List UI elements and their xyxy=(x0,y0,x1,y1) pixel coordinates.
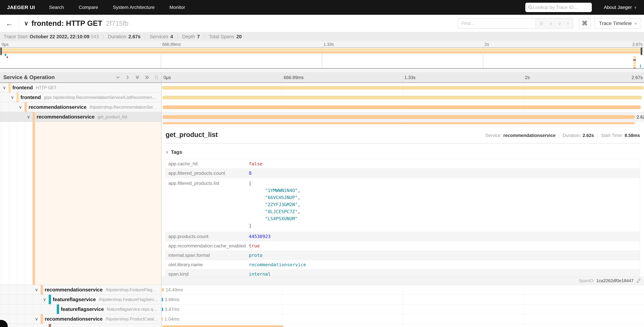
tags-table: app.cache_hitfalseapp.filtered_products.… xyxy=(166,159,640,279)
indent-guide xyxy=(17,295,17,304)
chevron-down-icon[interactable]: ∨ xyxy=(35,316,38,322)
minimap-span-bar xyxy=(633,62,636,64)
timeline-gridline xyxy=(403,314,403,324)
span-timeline-cell[interactable] xyxy=(162,93,644,102)
span-bar xyxy=(162,122,635,124)
about-jaeger-label: About Jaeger xyxy=(604,5,632,10)
span-name-cell[interactable]: ∨recommendationservice/hipstershop.Recom… xyxy=(0,102,162,112)
expand-one-chevron-right-icon[interactable] xyxy=(125,75,130,80)
span-name-cell[interactable]: ∨recommendationservice/hipstershop.Produ… xyxy=(0,314,162,324)
jaeger-logo[interactable]: JAEGER UI xyxy=(7,4,35,10)
trace-minimap[interactable] xyxy=(0,47,644,69)
divider xyxy=(166,143,640,144)
about-jaeger-menu[interactable]: About Jaeger ∨ xyxy=(604,5,636,10)
json-comma: , xyxy=(298,188,300,193)
span-timeline-cell[interactable] xyxy=(162,102,644,112)
span-name-cell[interactable]: ∨recommendationserviceget_product_list xyxy=(0,112,162,122)
minimap-span-bar xyxy=(1,51,641,54)
span-name-wrapper: recommendationservice/hipstershop.Produc… xyxy=(0,316,161,322)
tag-value: false xyxy=(249,159,262,168)
span-bar[interactable] xyxy=(162,298,163,302)
span-name-cell[interactable]: ∨frontendgrpc.hipstershop.Recommendation… xyxy=(0,93,162,102)
span-row: ∨recommendationserviceget_product_list2.… xyxy=(0,112,644,122)
trace-start-value: October 22 2022, 22:10:09.543 xyxy=(30,34,99,40)
chevron-down-icon[interactable]: ∨ xyxy=(35,287,38,292)
clear-find-icon[interactable]: × xyxy=(566,20,570,26)
collapse-all-double-chevron-down-icon[interactable] xyxy=(135,75,140,80)
tag-key: internal.span.format xyxy=(166,250,249,260)
json-bracket: ] xyxy=(249,222,300,229)
column-resizer-handle[interactable] xyxy=(155,75,158,80)
span-bar[interactable] xyxy=(162,317,163,321)
chevron-down-icon[interactable]: ∨ xyxy=(43,297,46,302)
divider xyxy=(103,34,104,39)
timeline-gridline xyxy=(523,314,524,324)
minimap-scrubber-right[interactable] xyxy=(641,48,642,55)
span-name-cell[interactable]: featureflagservicefeatureflagservice.rep… xyxy=(0,304,162,314)
indent-guide xyxy=(33,295,34,304)
trace-id-lookup[interactable] xyxy=(525,3,592,12)
meta-value: 8.58ms xyxy=(624,133,640,138)
json-list-item: "LS4PSXUNUM" xyxy=(249,215,300,222)
link-icon[interactable] xyxy=(636,278,641,283)
trace-id-lookup-input[interactable] xyxy=(533,5,589,10)
trace-start-label: Trace Start xyxy=(4,34,28,40)
span-color-bar xyxy=(49,324,51,327)
span-name-cell[interactable]: ∨featureflagservice/hipstershop.FeatureF… xyxy=(0,295,162,304)
span-operation-name: get_product_list xyxy=(98,114,127,119)
expand-all-double-chevron-right-icon[interactable] xyxy=(144,75,150,80)
keyboard-shortcuts-button[interactable]: ⌘ xyxy=(579,18,590,28)
nav-item-compare[interactable]: Compare xyxy=(79,5,98,10)
divider xyxy=(559,133,559,138)
span-timeline-cell[interactable]: 2.62s xyxy=(162,112,644,122)
span-timeline-cell[interactable]: 14.49ms xyxy=(162,285,644,295)
back-button[interactable]: ← xyxy=(0,15,19,32)
span-bar[interactable] xyxy=(162,115,635,119)
trace-view-selector[interactable]: Trace Timeline ∨ xyxy=(595,18,641,28)
span-name-cell[interactable] xyxy=(0,324,162,327)
ruler-tick-0: 0μs xyxy=(164,75,171,80)
indent-guide xyxy=(41,304,42,314)
nav-item-search[interactable]: Search xyxy=(49,5,64,10)
span-timeline-cell[interactable]: 3.47ms xyxy=(162,304,644,314)
span-bar[interactable] xyxy=(162,308,163,311)
chevron-down-icon[interactable]: ∨ xyxy=(27,114,30,120)
span-row: featureflagservicefeatureflagservice.rep… xyxy=(0,304,644,314)
span-bar[interactable] xyxy=(162,325,284,327)
nav-item-system-architecture[interactable]: System Architecture xyxy=(113,5,154,10)
minimap-scrubber-left[interactable] xyxy=(0,48,2,55)
span-timeline-cell[interactable] xyxy=(162,83,644,93)
find-input[interactable] xyxy=(458,18,535,28)
timeline-gridline xyxy=(403,324,403,327)
chevron-down-icon[interactable]: ∨ xyxy=(11,95,14,100)
indent-guide xyxy=(1,93,1,102)
span-detail-header: get_product_list Service:recommendations… xyxy=(166,131,640,138)
chevron-down-icon[interactable]: ∨ xyxy=(3,85,6,90)
chevron-down-icon[interactable]: ∨ xyxy=(19,104,22,110)
span-bar[interactable] xyxy=(162,106,641,109)
span-name-cell[interactable]: ∨recommendationservice/hipstershop.Featu… xyxy=(0,285,162,295)
span-color-bar xyxy=(16,93,19,102)
trace-collapse-chevron-icon[interactable]: ∨ xyxy=(24,20,28,27)
span-timeline-cell[interactable]: 1.04ms xyxy=(162,314,644,324)
json-list-item: "OLJCESPC7Z", xyxy=(249,208,300,215)
span-timeline-cell[interactable] xyxy=(162,324,644,327)
span-timeline-cell[interactable]: 3.68ms xyxy=(162,295,644,304)
span-detail-footer: SpanID: 1ca2262df0e18447 xyxy=(162,277,644,285)
span-name-cell[interactable]: ∨frontendHTTP GET xyxy=(0,83,162,93)
timeline-gridline xyxy=(282,285,282,294)
span-duration-label: 3.68ms xyxy=(165,297,180,302)
span-bar[interactable] xyxy=(162,96,642,100)
span-bar[interactable] xyxy=(162,86,644,90)
collapse-one-chevron-down-icon[interactable] xyxy=(115,75,120,80)
locate-icon[interactable] xyxy=(539,21,544,26)
prev-result-icon[interactable]: ∧ xyxy=(549,20,553,26)
tags-section-header[interactable]: ∨ Tags xyxy=(166,149,640,155)
nav-item-monitor[interactable]: Monitor xyxy=(170,5,185,10)
indent-guide xyxy=(41,295,42,304)
span-bar[interactable] xyxy=(162,288,164,292)
timeline-grid-header: Service & Operation 0μs 666.89ms 1.33s 2… xyxy=(0,72,644,83)
json-comma: , xyxy=(298,202,300,207)
tag-key: otel.library.name xyxy=(166,260,249,269)
next-result-icon[interactable]: ∨ xyxy=(558,20,562,26)
